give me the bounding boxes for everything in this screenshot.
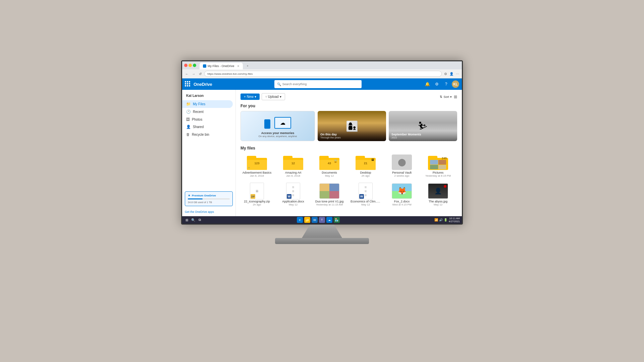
- browser-tab-active[interactable]: My Files - OneDrive ✕: [200, 63, 243, 69]
- taskbar-task-view-button[interactable]: ⧉: [197, 217, 202, 223]
- onedrive-app: OneDrive 🔍 🔔 ⚙ ? KL Kat Larson: [182, 78, 462, 224]
- browser-extensions-icon[interactable]: ⚙: [443, 71, 448, 76]
- folder-item-amazing-art[interactable]: 12 Amazing Art Jan 8, 2018: [277, 153, 310, 179]
- file-date: 2h ago: [253, 203, 261, 206]
- taskbar-onedrive-icon[interactable]: ☁: [326, 217, 332, 223]
- doc-lines-icon: ≡≡≡: [292, 185, 294, 197]
- file-item-22-iconography[interactable]: ≡ ZIP 22_iconography.zip 2h ago: [240, 182, 273, 207]
- waffle-dot: [189, 85, 190, 86]
- file-name: Fox_2.docx: [387, 200, 417, 203]
- file-item-duo-tone-print[interactable]: Duo tone print V1.jpg Yesterday at 11:15…: [313, 182, 346, 207]
- abyss-photo: 👤: [428, 184, 448, 198]
- waffle-menu-button[interactable]: [185, 81, 191, 87]
- thumb-cell-3: [320, 191, 329, 198]
- search-input[interactable]: [282, 82, 359, 86]
- for-you-card-on-this-day[interactable]: 👩‍👦 On this day Through the years: [318, 111, 386, 141]
- notifications-icon[interactable]: 🔔: [424, 80, 431, 88]
- new-plus-icon: +: [244, 95, 246, 99]
- browser-profile-icon[interactable]: 👤: [449, 71, 454, 76]
- tab-new-label: +: [247, 64, 249, 68]
- user-avatar[interactable]: KL: [452, 80, 459, 88]
- new-button[interactable]: + New ▾: [240, 94, 260, 100]
- waffle-dot: [185, 85, 186, 86]
- monitor-wrapper: My Files - OneDrive ✕ + ← → ↺ ⚙ 👤 ⋯: [176, 60, 468, 302]
- refresh-button[interactable]: ↺: [198, 71, 203, 76]
- for-you-card-september[interactable]: ⛷ September Moments 2022: [389, 111, 457, 141]
- taskbar-mail-icon[interactable]: ✉: [312, 217, 318, 223]
- economics-file-icon: ≡≡≡ W: [359, 183, 373, 199]
- file-item-abyss[interactable]: 👤 The abyss.jpg May 12: [422, 182, 454, 207]
- sidebar-item-recent[interactable]: 🕐 Recent: [182, 108, 233, 116]
- folder-name: Personal Vault: [387, 171, 417, 174]
- taskbar-search-button[interactable]: 🔍: [191, 217, 196, 223]
- sort-button[interactable]: ⇅ Sort ▾: [440, 95, 452, 99]
- search-icon: 🔍: [277, 82, 281, 86]
- taskbar-explorer-icon[interactable]: 📁: [304, 217, 310, 223]
- file-date: May 12: [434, 203, 442, 206]
- taskbar: ⊞ 🔍 ⧉ e 📁 ✉ T ☁: [182, 216, 462, 224]
- forward-button[interactable]: →: [191, 71, 196, 76]
- thumb-cell-1: [430, 160, 438, 165]
- settings-icon[interactable]: ⚙: [433, 80, 440, 88]
- taskbar-store-icon[interactable]: 🏪: [334, 217, 340, 223]
- sidebar: Kat Larson 📁 My Files 🕐 Recent 🖼 Photos: [182, 90, 236, 224]
- folder-name: Amazing Art: [278, 171, 308, 174]
- sidebar-item-my-files[interactable]: 📁 My Files: [182, 100, 233, 108]
- browser-menu-icon[interactable]: ⋯: [455, 71, 460, 76]
- memories-illustration: ☁: [264, 115, 291, 131]
- close-btn[interactable]: [184, 64, 187, 67]
- taskbar-teams-icon[interactable]: T: [319, 217, 325, 223]
- on-this-day-subtitle: Through the years: [320, 136, 383, 139]
- get-app-link[interactable]: Get the OneDrive apps: [182, 209, 235, 216]
- file-item-economics-docx[interactable]: ≡≡≡ W Economics of Clim...docx May 12: [349, 182, 382, 207]
- shared-indicator-icon: ↔: [248, 166, 250, 169]
- tab-close[interactable]: ✕: [237, 65, 239, 68]
- sidebar-item-shared[interactable]: 👤 Shared: [182, 123, 233, 131]
- thumb-cell-1: [320, 184, 329, 191]
- sidebar-label-recycle-bin: Recycle bin: [192, 133, 209, 136]
- premium-badge[interactable]: ★ Premium OneDrive 34.8 GB used of 1 TB: [185, 191, 233, 206]
- user-name: Kat Larson: [182, 93, 235, 100]
- fox-thumbnail: 🦊: [392, 183, 412, 199]
- browser-icons-right: ⚙ 👤 ⋯: [443, 71, 460, 76]
- start-button[interactable]: ⊞: [184, 217, 190, 223]
- monitor-screen: My Files - OneDrive ✕ + ← → ↺ ⚙ 👤 ⋯: [181, 60, 463, 225]
- waffle-dot: [189, 81, 190, 82]
- minimize-btn[interactable]: [189, 64, 192, 67]
- search-box[interactable]: 🔍: [274, 80, 362, 88]
- file-item-fox[interactable]: 🦊 Fox_2.docx Wed at 4:15 PM: [385, 182, 418, 207]
- battery-icon[interactable]: 🔋: [444, 218, 447, 222]
- wifi-icon[interactable]: 📶: [434, 218, 438, 222]
- taskbar-edge-icon[interactable]: e: [297, 217, 303, 223]
- back-button[interactable]: ←: [184, 71, 190, 76]
- volume-icon[interactable]: 🔊: [439, 218, 443, 222]
- maximize-btn[interactable]: [193, 64, 196, 67]
- for-you-card-access-memories[interactable]: ☁ Access your memories On any device, an…: [240, 111, 315, 141]
- folder-item-advertisement-basics[interactable]: 123 ↔ Advertisement Basics Jan 8, 2018: [240, 153, 273, 179]
- sidebar-item-recycle-bin[interactable]: 🗑 Recycle bin: [182, 131, 233, 138]
- folder-badge-icon: 🔒: [333, 159, 337, 163]
- folder-icon: 📁: [305, 218, 309, 222]
- recycle-bin-icon: 🗑: [186, 132, 190, 136]
- folder-name: Desktop: [351, 171, 381, 174]
- browser-tab-new[interactable]: +: [244, 63, 252, 69]
- folder-item-pictures[interactable]: 245 Pictures Yesterday at 8:15 PM: [422, 153, 454, 179]
- upload-button[interactable]: ↑ Upload ▾: [262, 93, 285, 100]
- phone-shape: [264, 119, 270, 129]
- sidebar-label-photos: Photos: [192, 118, 202, 121]
- address-input[interactable]: [204, 71, 442, 77]
- sidebar-item-photos[interactable]: 🖼 Photos: [182, 116, 233, 123]
- file-date: Yesterday at 11:15 AM: [316, 203, 343, 206]
- folder-item-desktop[interactable]: 21 🖥 Desktop 2h ago: [349, 153, 382, 179]
- folder-item-documents[interactable]: 43 🔒 Documents May 12: [313, 153, 346, 179]
- help-icon[interactable]: ?: [442, 80, 450, 88]
- folder-item-personal-vault[interactable]: ⬤ Personal Vault 2 weeks ago: [385, 153, 418, 179]
- word-badge: W: [359, 194, 364, 199]
- for-you-cards: ☁ Access your memories On any device, an…: [240, 111, 457, 141]
- view-toggle-button[interactable]: ⊞: [454, 95, 457, 99]
- waffle-dot: [185, 81, 186, 82]
- time-display: 10:11 AM: [449, 217, 460, 220]
- taskbar-start: ⊞ 🔍 ⧉: [184, 217, 202, 223]
- file-item-application-docx[interactable]: ≡≡≡ W Application.docx May 12: [277, 182, 310, 207]
- taskbar-center-apps: e 📁 ✉ T ☁ 🏪: [204, 217, 433, 223]
